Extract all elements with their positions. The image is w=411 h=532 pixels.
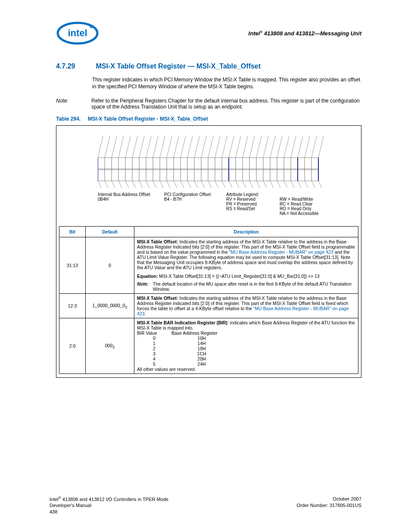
svg-line-59 [208, 136, 213, 158]
note-label: Note: [56, 98, 82, 110]
subnote-text: The default location of the MU space aft… [153, 281, 355, 292]
svg-line-78 [112, 181, 115, 188]
internal-bus-value: 0B4H [98, 197, 158, 202]
svg-line-98 [249, 181, 253, 188]
header-doc-title: Intel® 413808 and 413812—Messaging Unit [249, 30, 361, 37]
cell-bit: 12:3 [59, 294, 86, 318]
cell-desc: MSI-X Table Offset: Indicates the starti… [134, 294, 358, 318]
svg-line-45 [112, 136, 117, 158]
svg-line-93 [215, 181, 218, 188]
th-desc: Description [134, 227, 358, 237]
svg-line-81 [132, 181, 136, 188]
intel-logo: intel R [56, 22, 99, 45]
equation-text: MSI-X Table Offset[31:13] = {(~ATU Limit… [158, 274, 319, 279]
bir-reserved-text: All other values are reserved. [137, 367, 355, 372]
svg-line-82 [139, 181, 143, 188]
attr-rs: RS = Read/Set [226, 206, 274, 211]
bir-header-bar: Base Address Register [171, 330, 232, 336]
svg-line-68 [270, 136, 275, 158]
svg-line-52 [160, 136, 165, 158]
svg-line-57 [194, 136, 199, 158]
svg-line-106 [305, 181, 308, 188]
table-caption-title: MSI-X Table Offset Register - MSI-X_Tabl… [88, 116, 208, 122]
register-diagram-frame: Internal Bus Address Offset 0B4H PCI Con… [56, 125, 361, 378]
section-intro: This register indicates in which PCI Mem… [92, 76, 361, 90]
page-root: intel R Intel® 413808 and 413812—Messagi… [0, 0, 411, 532]
footer-page-num: 438 [50, 509, 168, 515]
svg-line-47 [125, 136, 131, 158]
svg-line-75 [318, 136, 324, 158]
svg-line-72 [298, 136, 303, 158]
cross-ref-link[interactable]: "MU Base Address Register - MUBAR" on pa… [229, 249, 333, 255]
note-text: Refer to the Peripheral Registers Chapte… [91, 98, 361, 110]
svg-line-67 [263, 136, 268, 158]
svg-line-65 [249, 136, 255, 158]
table-row: 2:0 0002 MSI-X Table BAR Indication Regi… [59, 318, 358, 374]
svg-line-60 [215, 136, 220, 158]
svg-line-108 [318, 181, 322, 188]
svg-line-94 [222, 181, 225, 188]
svg-line-101 [270, 181, 274, 188]
cell-default: 0002 [86, 318, 134, 374]
svg-line-77 [105, 181, 108, 188]
svg-line-80 [125, 181, 129, 188]
svg-line-54 [174, 136, 179, 158]
svg-line-58 [201, 136, 206, 158]
svg-line-90 [194, 181, 198, 188]
footer-manual: Developer's Manual [50, 502, 168, 508]
subnote-label: Note: [137, 281, 149, 292]
attr-rc: RC = Read Clear [280, 202, 336, 206]
svg-line-107 [311, 181, 315, 188]
equation-label: Equation: [137, 274, 158, 279]
table-caption: Table 294. MSI-X Table Offset Register -… [56, 116, 361, 122]
svg-line-70 [284, 136, 289, 158]
cell-desc: MSI-X Table Offset: Indicates the starti… [134, 237, 358, 294]
svg-line-96 [236, 181, 239, 188]
svg-line-69 [277, 136, 282, 158]
svg-line-73 [305, 136, 310, 158]
svg-line-56 [187, 136, 193, 158]
svg-text:intel: intel [68, 28, 87, 38]
diagram-labels: Internal Bus Address Offset 0B4H PCI Con… [98, 192, 358, 216]
svg-line-61 [222, 136, 227, 158]
desc-bold: MSI-X Table Offset: [137, 296, 178, 301]
attr-rw: RW = Read/Write [280, 197, 336, 202]
svg-line-87 [174, 181, 177, 188]
svg-line-62 [229, 136, 234, 158]
svg-line-66 [256, 136, 262, 158]
svg-line-103 [284, 181, 287, 188]
svg-line-49 [139, 136, 144, 158]
svg-line-95 [229, 181, 232, 188]
svg-line-64 [243, 136, 248, 158]
desc-text-2: . [145, 311, 146, 316]
svg-line-83 [146, 181, 149, 188]
svg-line-53 [167, 136, 172, 158]
section-number: 4.7.29 [56, 62, 75, 70]
section-note: Note: Refer to the Peripheral Registers … [56, 98, 361, 110]
cell-bit: 2:0 [59, 318, 86, 374]
bir-header-val: BIR Value [137, 330, 171, 336]
table-caption-num: Table 294. [56, 116, 81, 122]
cell-default: 1_0000_0000_02 [86, 294, 134, 318]
svg-line-44 [105, 136, 110, 158]
desc-bold: MSI-X Table BAR Indication Register (BIR… [137, 320, 227, 325]
page-footer: Intel® 413808 and 413812 I/O Controllers… [50, 496, 361, 515]
attr-pr: PR = Preserved [226, 202, 274, 206]
section-title: MSI-X Table Offset Register — MSI-X_Tabl… [96, 62, 261, 70]
svg-line-55 [181, 136, 186, 158]
svg-line-97 [243, 181, 246, 188]
th-bit: Bit [59, 227, 86, 237]
th-default: Default [86, 227, 134, 237]
internal-bus-label: Internal Bus Address Offset [98, 192, 158, 197]
svg-line-74 [311, 136, 317, 158]
svg-text:R: R [91, 26, 92, 28]
svg-line-63 [236, 136, 241, 158]
table-row: 31:13 0 MSI-X Table Offset: Indicates th… [59, 237, 358, 294]
cell-default: 0 [86, 237, 134, 294]
footer-doc-title: Intel® 413808 and 413812 I/O Controllers… [50, 496, 168, 502]
pci-offset-value: B4 - B7H [164, 197, 220, 202]
svg-line-51 [153, 136, 158, 158]
svg-line-102 [277, 181, 280, 188]
svg-line-71 [291, 136, 296, 158]
svg-line-88 [181, 181, 184, 188]
